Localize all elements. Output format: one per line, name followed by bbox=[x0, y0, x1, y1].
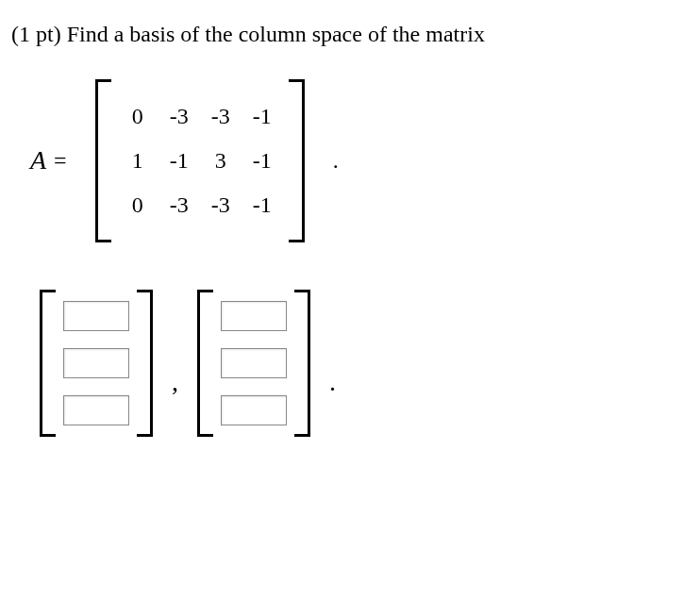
equation-period: . bbox=[333, 148, 339, 174]
bracket-left bbox=[40, 290, 56, 437]
bracket-left bbox=[197, 290, 213, 437]
matrix-row: 0 -3 -3 -1 bbox=[117, 183, 283, 227]
answer-vector-1 bbox=[40, 290, 153, 437]
matrix-row: 0 -3 -3 -1 bbox=[117, 94, 283, 139]
vector-body bbox=[213, 290, 294, 437]
answer-input-v1-r3[interactable] bbox=[63, 395, 129, 425]
bracket-right bbox=[294, 290, 310, 437]
problem-prompt: Find a basis of the column space of the … bbox=[67, 22, 485, 46]
matrix-cell: 1 bbox=[117, 148, 158, 174]
vector-body bbox=[56, 290, 137, 437]
problem-text: (1 pt) Find a basis of the column space … bbox=[11, 19, 681, 51]
matrix-cell: -3 bbox=[158, 192, 200, 218]
answer-input-v1-r2[interactable] bbox=[63, 348, 129, 378]
matrix-cell: -1 bbox=[242, 148, 283, 174]
matrix-cell: -3 bbox=[158, 104, 200, 129]
matrix-cell: 0 bbox=[117, 104, 158, 129]
matrix-row: 1 -1 3 -1 bbox=[117, 139, 283, 183]
bracket-right bbox=[137, 290, 153, 437]
matrix-cell: -3 bbox=[200, 192, 242, 218]
answer-vector-2 bbox=[197, 290, 310, 437]
matrix-cell: -1 bbox=[158, 148, 200, 174]
answer-row: , . bbox=[40, 290, 681, 437]
answer-input-v1-r1[interactable] bbox=[63, 301, 129, 331]
equals-sign: = bbox=[54, 148, 67, 174]
matrix-A: 0 -3 -3 -1 1 -1 3 -1 0 -3 -3 -1 bbox=[95, 79, 305, 242]
matrix-body: 0 -3 -3 -1 1 -1 3 -1 0 -3 -3 -1 bbox=[111, 79, 289, 242]
matrix-cell: -1 bbox=[242, 104, 283, 129]
matrix-cell: -1 bbox=[242, 192, 283, 218]
matrix-cell: -3 bbox=[200, 104, 242, 129]
answer-input-v2-r1[interactable] bbox=[221, 301, 287, 331]
matrix-cell: 0 bbox=[117, 192, 158, 218]
points-label: (1 pt) bbox=[11, 22, 67, 46]
answer-input-v2-r2[interactable] bbox=[221, 348, 287, 378]
vector-separator: , bbox=[172, 329, 178, 397]
matrix-equation: A = 0 -3 -3 -1 1 -1 3 -1 0 -3 -3 -1 bbox=[30, 79, 681, 242]
final-period: . bbox=[329, 329, 336, 397]
bracket-left bbox=[95, 79, 111, 242]
answer-input-v2-r3[interactable] bbox=[221, 395, 287, 425]
bracket-right bbox=[289, 79, 305, 242]
matrix-cell: 3 bbox=[200, 148, 242, 174]
matrix-label: A bbox=[30, 145, 46, 175]
